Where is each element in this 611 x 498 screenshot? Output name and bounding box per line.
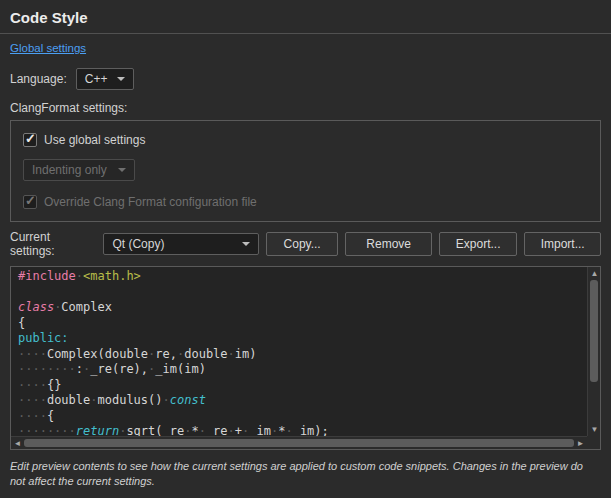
code-token: :	[76, 362, 83, 376]
copy-button[interactable]: Copy...	[266, 232, 339, 256]
use-global-settings-row: ✓ Use global settings	[23, 133, 588, 147]
horizontal-scrollbar-thumb[interactable]	[24, 439, 574, 447]
chevron-down-icon	[242, 242, 250, 246]
code-token: +	[235, 424, 242, 436]
code-token: ·	[199, 424, 206, 436]
code-token: ········	[18, 424, 76, 436]
current-settings-label: Current settings:	[10, 230, 96, 258]
clangformat-group-label: ClangFormat settings:	[0, 99, 611, 120]
clangformat-groupbox: ✓ Use global settings Indenting only ✓ O…	[10, 120, 601, 222]
code-token: ····	[18, 347, 47, 361]
chevron-down-icon	[117, 77, 125, 81]
indenting-mode-combo[interactable]: Indenting only	[23, 159, 135, 181]
code-token: im)	[235, 347, 257, 361]
scroll-left-icon[interactable]: ◄	[11, 437, 24, 450]
code-line: ····double·modulus()·const	[18, 393, 587, 409]
code-token: ·	[228, 424, 235, 436]
code-token: double	[184, 347, 227, 361]
code-token: _im);	[293, 424, 329, 436]
global-settings-link[interactable]: Global settings	[10, 42, 86, 54]
code-token: ·	[285, 424, 292, 436]
code-line: ········:·_re(re),·_im(im)	[18, 362, 587, 378]
code-line: ····{	[18, 409, 587, 425]
code-token: return	[76, 424, 119, 436]
code-token: _re	[206, 424, 228, 436]
override-clang-checkbox[interactable]: ✓	[23, 195, 37, 209]
export-button[interactable]: Export...	[439, 232, 518, 256]
code-token: ·	[163, 393, 170, 407]
code-token: re,	[155, 347, 177, 361]
code-token: public:	[18, 331, 69, 345]
code-token: sqrt(_re	[126, 424, 184, 436]
current-settings-row: Current settings: Qt (Copy) Copy... Remo…	[0, 222, 611, 266]
code-token: ····	[18, 393, 47, 407]
code-token: <math.h>	[83, 269, 141, 283]
vertical-scrollbar-thumb[interactable]	[590, 280, 598, 382]
code-line: ········return·sqrt(_re·*·_re·+·_im·*·_i…	[18, 424, 587, 436]
code-token: Complex(double	[47, 347, 148, 361]
code-token: _re(re),	[90, 362, 148, 376]
code-token: #include	[18, 269, 76, 283]
vertical-scrollbar[interactable]: ▲ ▼	[587, 267, 600, 436]
override-clang-row: ✓ Override Clang Format configuration fi…	[23, 195, 588, 209]
code-token: modulus()	[98, 393, 163, 407]
scrollbar-corner	[587, 436, 600, 449]
code-line	[18, 285, 587, 301]
checkmark-icon: ✓	[25, 194, 36, 208]
code-token: Complex	[61, 300, 112, 314]
override-clang-label: Override Clang Format configuration file	[44, 195, 257, 209]
code-token: _im	[249, 424, 271, 436]
page-title: Code Style	[10, 9, 601, 26]
code-line: ····Complex(double·re,·double·im)	[18, 347, 587, 363]
code-token: ····	[18, 409, 47, 423]
code-token: class	[18, 300, 54, 314]
use-global-settings-checkbox[interactable]: ✓	[23, 133, 37, 147]
code-token: ····	[18, 378, 47, 392]
current-settings-value: Qt (Copy)	[112, 237, 164, 251]
code-token: double	[47, 393, 90, 407]
code-line: {	[18, 316, 587, 332]
code-token: ·	[228, 347, 235, 361]
language-combo-value: C++	[85, 72, 108, 86]
chevron-down-icon	[118, 168, 126, 172]
page-header: Code Style	[0, 0, 611, 34]
code-line: ····{}	[18, 378, 587, 394]
code-token: const	[170, 393, 206, 407]
scroll-up-icon[interactable]: ▲	[588, 267, 601, 280]
checkmark-icon: ✓	[25, 132, 36, 146]
code-preview-editor[interactable]: #include·<math.h> class·Complex{public:·…	[10, 266, 601, 450]
indenting-mode-value: Indenting only	[32, 163, 107, 177]
footer-note: Edit preview contents to see how the cur…	[0, 450, 611, 489]
code-token: {}	[47, 378, 61, 392]
code-line: #include·<math.h>	[18, 269, 587, 285]
import-button[interactable]: Import...	[524, 232, 601, 256]
scroll-down-icon[interactable]: ▼	[588, 423, 601, 436]
code-line: class·Complex	[18, 300, 587, 316]
remove-button[interactable]: Remove	[345, 232, 431, 256]
code-token: ·	[90, 393, 97, 407]
code-token: {	[18, 316, 25, 330]
horizontal-scrollbar[interactable]: ◄ ►	[11, 436, 587, 449]
indenting-mode-row: Indenting only	[23, 159, 588, 181]
code-content[interactable]: #include·<math.h> class·Complex{public:·…	[11, 267, 587, 436]
code-token: _im(im)	[155, 362, 206, 376]
global-settings-row: Global settings	[0, 34, 611, 61]
code-token: *	[191, 424, 198, 436]
language-row: Language: C++	[0, 61, 611, 99]
language-combo[interactable]: C++	[76, 68, 135, 90]
code-line: public:	[18, 331, 587, 347]
language-label: Language:	[10, 72, 67, 86]
code-token: {	[47, 409, 54, 423]
current-settings-combo[interactable]: Qt (Copy)	[103, 233, 258, 255]
scroll-right-icon[interactable]: ►	[574, 437, 587, 450]
use-global-settings-label: Use global settings	[44, 133, 145, 147]
code-token: ·	[76, 269, 83, 283]
code-token: ········	[18, 362, 76, 376]
